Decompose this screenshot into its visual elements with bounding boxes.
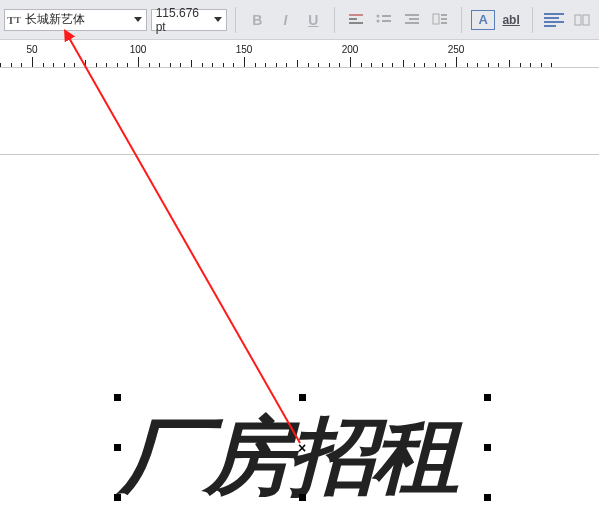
separator	[532, 7, 533, 33]
text-toolbar: TT 长城新艺体 115.676 pt B I U A	[0, 0, 599, 40]
svg-rect-12	[433, 14, 439, 24]
text-direction-button[interactable]: abI	[498, 7, 524, 33]
font-family-dropdown[interactable]: TT 长城新艺体	[4, 9, 147, 31]
selection-handle-tr[interactable]	[484, 394, 491, 401]
underline-button[interactable]: U	[300, 7, 326, 33]
svg-rect-3	[349, 18, 357, 20]
bullet-list-button[interactable]	[371, 7, 397, 33]
panel-divider	[0, 154, 599, 155]
ruler-label: 150	[236, 44, 253, 55]
font-size-dropdown[interactable]: 115.676 pt	[151, 9, 228, 31]
horizontal-ruler[interactable]: 50100150200250	[0, 40, 599, 68]
chevron-down-icon[interactable]	[210, 17, 226, 22]
selection-handle-bl[interactable]	[114, 494, 121, 501]
selection-handle-tl[interactable]	[114, 394, 121, 401]
svg-rect-17	[583, 15, 589, 25]
ruler-label: 50	[26, 44, 37, 55]
char-format-button[interactable]: A	[470, 7, 496, 33]
svg-line-19	[68, 36, 300, 443]
columns-group	[541, 7, 595, 33]
columns-button[interactable]	[541, 7, 567, 33]
dropcap-button[interactable]	[427, 7, 453, 33]
svg-rect-13	[441, 14, 447, 16]
artistic-text-object[interactable]: 厂房招租	[120, 400, 456, 514]
indent-button[interactable]	[399, 7, 425, 33]
selection-handle-bm[interactable]	[299, 494, 306, 501]
svg-rect-4	[349, 22, 363, 24]
svg-rect-14	[441, 18, 447, 20]
separator	[235, 7, 236, 33]
ruler-label: 200	[342, 44, 359, 55]
boxed-a-icon: A	[471, 10, 495, 30]
bold-button[interactable]: B	[244, 7, 270, 33]
text-effect-group: A abI	[470, 7, 524, 33]
svg-marker-0	[134, 17, 142, 22]
align-lines-icon	[544, 13, 564, 27]
font-name-value: 长城新艺体	[23, 11, 130, 28]
svg-rect-2	[349, 14, 363, 16]
selection-handle-br[interactable]	[484, 494, 491, 501]
svg-rect-15	[441, 22, 447, 24]
alignment-group	[343, 7, 453, 33]
svg-marker-1	[214, 17, 222, 22]
svg-point-5	[377, 14, 380, 17]
truetype-icon: TT	[5, 14, 23, 26]
svg-rect-16	[575, 15, 581, 25]
svg-rect-9	[405, 14, 419, 16]
options-button[interactable]	[569, 7, 595, 33]
selection-handle-tm[interactable]	[299, 394, 306, 401]
selection-center-icon[interactable]: ×	[298, 440, 306, 456]
separator	[334, 7, 335, 33]
svg-rect-10	[409, 18, 419, 20]
align-button-1[interactable]	[343, 7, 369, 33]
font-size-value: 115.676 pt	[152, 6, 211, 34]
svg-point-7	[377, 19, 380, 22]
selection-handle-ml[interactable]	[114, 444, 121, 451]
italic-button[interactable]: I	[272, 7, 298, 33]
ruler-label: 250	[448, 44, 465, 55]
svg-rect-8	[382, 20, 391, 22]
chevron-down-icon[interactable]	[130, 17, 146, 22]
ruler-label: 100	[130, 44, 147, 55]
svg-rect-11	[405, 22, 419, 24]
selection-handle-mr[interactable]	[484, 444, 491, 451]
separator	[461, 7, 462, 33]
ruler-ticks: 50100150200250	[0, 40, 599, 67]
svg-rect-6	[382, 15, 391, 17]
text-style-group: B I U	[244, 7, 326, 33]
